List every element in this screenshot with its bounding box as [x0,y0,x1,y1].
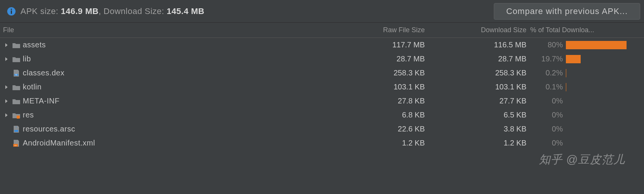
expand-arrow-icon[interactable] [3,56,10,63]
file-manifest-icon: <> [12,139,20,147]
table-row[interactable]: 01classes.dex258.3 KB258.3 KB0.2% [0,66,644,80]
table-row[interactable]: META-INF27.8 KB27.7 KB0% [0,94,644,108]
folder-icon [12,55,20,63]
percent-label: 0.2% [530,69,566,77]
file-cell: META-INF [3,97,341,105]
table-row[interactable]: kotlin103.1 KB103.1 KB0.1% [0,80,644,94]
percent-bar [566,111,642,119]
download-size-label: Download Size: [104,6,166,16]
percent-bar [566,41,642,49]
table-header: File Raw File Size Download Size % of To… [0,23,644,38]
raw-size-value: 117.7 MB [341,41,432,49]
raw-size-value: 28.7 MB [341,55,432,63]
expand-arrow-icon[interactable] [3,84,10,91]
apk-size-label: APK size: [20,6,61,16]
download-size-value: 28.7 MB [432,55,530,63]
percent-cell: 0% [530,139,644,147]
file-arsc-icon: ? [12,125,20,133]
percent-cell: 19.7% [530,55,644,63]
svg-rect-5 [17,116,20,119]
raw-size-value: 6.8 KB [341,111,432,119]
top-bar: APK size: 146.9 MB, Download Size: 145.4… [0,0,644,23]
info-icon [7,7,16,16]
download-size-value: 27.7 KB [432,97,530,105]
file-cell: kotlin [3,83,341,91]
size-text: APK size: 146.9 MB, Download Size: 145.4… [20,6,204,16]
percent-label: 80% [530,41,566,49]
percent-label: 0% [530,97,566,105]
header-percent[interactable]: % of Total Downloa... [530,26,644,34]
download-size-value: 1.2 KB [432,139,530,147]
svg-text:01: 01 [15,74,17,76]
download-size-value: 103.1 KB [432,83,530,91]
percent-bar [566,83,642,91]
percent-cell: 0.1% [530,83,644,91]
percent-label: 0% [530,139,566,147]
folder-icon [12,83,20,91]
percent-cell: 0% [530,125,644,133]
download-size-value: 6.5 KB [432,111,530,119]
svg-rect-6 [14,130,18,132]
raw-size-value: 1.2 KB [341,139,432,147]
percent-bar-fill [566,41,627,49]
header-download-size[interactable]: Download Size [432,26,530,34]
compare-with-previous-button[interactable]: Compare with previous APK... [494,3,640,20]
file-dex-icon: 01 [12,69,20,77]
raw-size-value: 22.6 KB [341,125,432,133]
file-cell: lib [3,55,341,63]
svg-text:<>: <> [14,144,17,146]
expand-arrow-icon[interactable] [3,42,10,48]
file-name: kotlin [23,83,42,91]
file-name: AndroidManifest.xml [23,139,95,147]
table-row[interactable]: res6.8 KB6.5 KB0% [0,108,644,122]
folder-res-icon [12,111,20,119]
percent-cell: 0% [530,111,644,119]
table-row[interactable]: <>AndroidManifest.xml1.2 KB1.2 KB0% [0,136,644,150]
svg-rect-2 [11,9,12,10]
file-name: assets [23,41,46,49]
file-name: resources.arsc [23,125,75,133]
expand-arrow-icon[interactable] [3,98,10,105]
separator: , [99,6,104,16]
apk-size-value: 146.9 MB [61,6,98,16]
file-cell: assets [3,41,341,49]
raw-size-value: 27.8 KB [341,97,432,105]
header-file[interactable]: File [0,26,341,34]
folder-icon [12,97,20,105]
percent-cell: 0.2% [530,69,644,77]
header-raw-size[interactable]: Raw File Size [341,26,432,34]
folder-icon [12,41,20,49]
file-cell: 01classes.dex [3,69,341,77]
table-body: assets117.7 MB116.5 MB80%lib28.7 MB28.7 … [0,38,644,150]
file-name: META-INF [23,97,60,105]
percent-label: 0.1% [530,83,566,91]
download-size-value: 116.5 MB [432,41,530,49]
download-size-value: 145.4 MB [167,6,204,16]
raw-size-value: 103.1 KB [341,83,432,91]
percent-bar [566,55,642,63]
percent-cell: 80% [530,41,644,49]
percent-bar [566,97,642,105]
table-row[interactable]: ?resources.arsc22.6 KB3.8 KB0% [0,122,644,136]
percent-bar-fill [566,55,581,63]
percent-bar [566,69,642,77]
table-row[interactable]: lib28.7 MB28.7 MB19.7% [0,52,644,66]
expand-arrow-icon[interactable] [3,112,10,119]
download-size-value: 3.8 KB [432,125,530,133]
file-cell: res [3,111,341,119]
file-cell: <>AndroidManifest.xml [3,139,341,147]
file-name: classes.dex [23,69,64,77]
percent-label: 0% [530,125,566,133]
percent-label: 19.7% [530,55,566,63]
percent-label: 0% [530,111,566,119]
table-row[interactable]: assets117.7 MB116.5 MB80% [0,38,644,52]
file-cell: ?resources.arsc [3,125,341,133]
download-size-value: 258.3 KB [432,69,530,77]
percent-cell: 0% [530,97,644,105]
watermark: 知乎 @豆皮范儿 [539,152,625,167]
percent-bar [566,139,642,147]
file-name: res [23,111,34,119]
raw-size-value: 258.3 KB [341,69,432,77]
percent-bar [566,125,642,133]
svg-rect-1 [11,10,12,14]
